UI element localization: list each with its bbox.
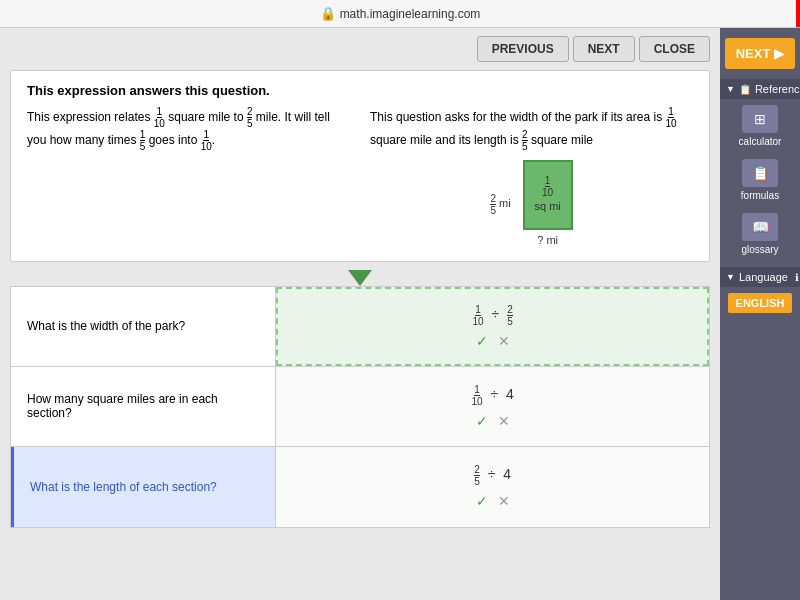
exp-right-text: This question asks for the width of the … (370, 106, 693, 152)
exp-left-text4: goes into (149, 133, 198, 147)
explanation-right: This question asks for the width of the … (370, 106, 693, 249)
answer-check-2: ✓ ✕ (476, 413, 510, 429)
exp-right-frac1: 1 10 (665, 106, 676, 129)
cross-icon-1: ✕ (498, 333, 510, 349)
formulas-icon: 📋 (742, 159, 778, 187)
diagram-bottom-label: ? mi (537, 232, 558, 249)
table-row: What is the length of each section? 2 5 … (11, 447, 709, 527)
exp-left-text2: square mile to (168, 110, 243, 124)
reference-icon-label: 📋 (739, 84, 751, 95)
english-button[interactable]: ENGLISH (728, 293, 793, 313)
answer-expr-1: 1 10 ÷ 2 5 (473, 304, 513, 327)
question-cell-2: How many square miles are in each sectio… (11, 367, 276, 446)
reference-chevron-icon: ▼ (726, 84, 735, 94)
answer-expr-3: 2 5 ÷ 4 (474, 464, 511, 487)
park-rectangle: 1 10 sq mi (523, 160, 573, 230)
arrow-wrapper (10, 270, 710, 286)
ans3-frac1: 2 5 (474, 464, 480, 487)
next-button-sidebar[interactable]: NEXT ▶ (725, 38, 795, 69)
glossary-item[interactable]: 📖 glossary (720, 207, 800, 261)
diagram-left-label: 2 5 mi (490, 193, 510, 216)
ans1-frac1: 1 10 (473, 304, 484, 327)
reference-header: ▼ 📋 Reference (720, 79, 800, 99)
answer-expr-2: 1 10 ÷ 4 (471, 384, 513, 407)
content-area: PREVIOUS NEXT CLOSE This expression answ… (0, 28, 720, 600)
explanation-box: This expression answers this question. T… (10, 70, 710, 262)
answer-cell-1: 1 10 ÷ 2 5 ✓ ✕ (276, 287, 709, 366)
explanation-content: This expression relates 1 10 square mile… (27, 106, 693, 249)
answer-check-1: ✓ ✕ (476, 333, 510, 349)
ans2-frac1: 1 10 (471, 384, 482, 407)
calculator-item[interactable]: ⊞ calculator (720, 99, 800, 153)
table-row: How many square miles are in each sectio… (11, 367, 709, 447)
question-cell-1: What is the width of the park? (11, 287, 276, 366)
nav-bar: PREVIOUS NEXT CLOSE (0, 28, 720, 70)
calculator-icon: ⊞ (742, 105, 778, 133)
checkmark-icon-1: ✓ (476, 333, 488, 349)
language-panel: ▼ Language ℹ ENGLISH (720, 267, 800, 319)
exp-right-frac2: 2 5 (522, 129, 528, 152)
question-cell-3: What is the length of each section? (11, 447, 276, 527)
down-arrow-icon (348, 270, 372, 286)
sidebar: NEXT ▶ ▼ 📋 Reference ⊞ calculator 📋 form… (720, 28, 800, 600)
exp-frac3: 1 5 (140, 129, 146, 152)
cross-icon-3: ✕ (498, 493, 510, 509)
answer-cell-3: 2 5 ÷ 4 ✓ ✕ (276, 447, 709, 527)
park-diagram: 2 5 mi 1 10 sq mi (370, 160, 693, 249)
glossary-icon: 📖 (742, 213, 778, 241)
lock-icon: 🔒 (320, 6, 336, 21)
ans1-frac2: 2 5 (507, 304, 513, 327)
formulas-item[interactable]: 📋 formulas (720, 153, 800, 207)
cross-icon-2: ✕ (498, 413, 510, 429)
answer-cell-2: 1 10 ÷ 4 ✓ ✕ (276, 367, 709, 446)
table-row: What is the width of the park? 1 10 ÷ 2 … (11, 287, 709, 367)
language-header: ▼ Language ℹ (720, 267, 800, 287)
explanation-left: This expression relates 1 10 square mile… (27, 106, 350, 152)
previous-button[interactable]: PREVIOUS (477, 36, 569, 62)
next-button[interactable]: NEXT (573, 36, 635, 62)
exp-frac4: 1 10 (201, 129, 212, 152)
top-bar: 🔒 math.imaginelearning.com (0, 0, 800, 28)
checkmark-icon-2: ✓ (476, 413, 488, 429)
answer-table: What is the width of the park? 1 10 ÷ 2 … (10, 286, 710, 528)
exp-frac1: 1 10 (154, 106, 165, 129)
red-indicator (796, 0, 800, 27)
close-button[interactable]: CLOSE (639, 36, 710, 62)
exp-frac2: 2 5 (247, 106, 253, 129)
checkmark-icon-3: ✓ (476, 493, 488, 509)
language-chevron-icon: ▼ (726, 272, 735, 282)
explanation-title: This expression answers this question. (27, 83, 693, 98)
url-bar: math.imaginelearning.com (340, 7, 481, 21)
answer-check-3: ✓ ✕ (476, 493, 510, 509)
main-layout: PREVIOUS NEXT CLOSE This expression answ… (0, 28, 800, 600)
park-rect-wrapper: 1 10 sq mi ? mi (523, 160, 573, 249)
reference-panel: ▼ 📋 Reference ⊞ calculator 📋 formulas 📖 … (720, 79, 800, 261)
exp-left-text1: This expression relates (27, 110, 150, 124)
language-info-icon: ℹ (795, 272, 799, 283)
